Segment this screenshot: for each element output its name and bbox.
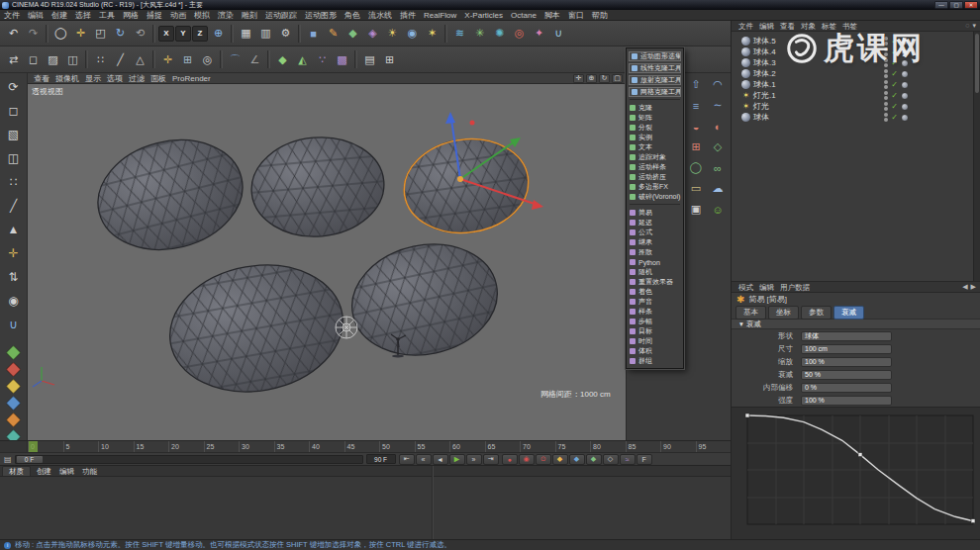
context-menu-item[interactable]: 克隆	[628, 103, 682, 113]
section-caret-icon[interactable]: ▾	[739, 320, 743, 328]
viewport-menu-item[interactable]: 查看	[31, 73, 52, 84]
context-menu-item[interactable]: 声音	[628, 297, 682, 307]
visibility-dots[interactable]	[884, 69, 888, 78]
menu-item[interactable]: 渲染	[214, 10, 238, 21]
fracture-icon[interactable]: ◭	[293, 50, 312, 69]
menu-item[interactable]: 网格	[119, 10, 143, 21]
enable-toggle[interactable]: ✓	[891, 80, 898, 89]
add-deformer-icon[interactable]: ◈	[363, 24, 382, 43]
rock-5[interactable]	[342, 231, 508, 368]
cloner-icon[interactable]: ◆	[273, 50, 292, 69]
attribute-tab[interactable]: 衰减	[833, 306, 864, 320]
add-light-icon[interactable]: ✶	[423, 24, 441, 43]
context-menu-item[interactable]: 群组	[628, 356, 682, 366]
toolbar-icon[interactable]	[152, 50, 155, 68]
materials-menu-item[interactable]: 功能	[78, 466, 101, 477]
octane-icon[interactable]: ◎	[510, 24, 529, 43]
context-menu-item[interactable]: 公式	[628, 228, 682, 237]
om-scrollbar[interactable]	[973, 32, 980, 281]
enable-axis-icon[interactable]: ✛	[158, 50, 177, 69]
loft-icon[interactable]: ≡	[689, 98, 704, 113]
attribute-tab[interactable]: 基本	[735, 306, 766, 320]
frame-tick[interactable]: 65	[485, 441, 521, 452]
keyframe-rotation-icon[interactable]: ◆	[586, 454, 602, 465]
om-menu-item[interactable]: 对象	[798, 21, 819, 32]
phong-tag[interactable]	[901, 92, 909, 100]
object-row[interactable]: 球体.1 ✓	[732, 79, 980, 90]
viewport-menu-item[interactable]: ProRender	[169, 73, 214, 84]
context-menu-item[interactable]: 样条	[628, 307, 682, 317]
make-editable-icon[interactable]: ⇄	[4, 50, 23, 69]
menu-item[interactable]: 选择	[71, 10, 95, 21]
record-selected-icon[interactable]: ⊙	[536, 454, 551, 465]
timeline-menu-icon[interactable]: ▤	[4, 455, 12, 464]
coordinates-window-icon[interactable]: ⊞	[380, 50, 399, 69]
enable-axis-icon[interactable]: ✛	[4, 243, 24, 263]
vp-rotate-icon[interactable]: ↻	[599, 74, 610, 83]
frame-tick[interactable]: 10	[98, 441, 134, 452]
menu-item[interactable]: 模拟	[190, 10, 214, 21]
timeline-slider[interactable]: 0 F	[15, 455, 363, 464]
enable-toggle[interactable]: ✓	[891, 47, 898, 56]
current-frame-thumb[interactable]: 0 F	[17, 456, 43, 463]
toolbar-icon[interactable]	[152, 25, 155, 43]
rock-3-selected[interactable]	[398, 132, 535, 241]
snap-settings-icon[interactable]: ∪	[549, 24, 568, 43]
team-render-icon[interactable]: ✦	[530, 24, 548, 43]
next-key-button[interactable]: »	[466, 454, 482, 465]
layer-chip-orange[interactable]	[6, 412, 22, 428]
context-menu-item[interactable]: 文本	[628, 142, 682, 152]
om-menu-item[interactable]: 书签	[839, 21, 860, 32]
enable-toggle[interactable]: ✓	[891, 102, 898, 111]
attribute-value-field[interactable]: 100 %	[801, 357, 892, 367]
edges-mode-icon[interactable]: ╱	[4, 196, 24, 216]
model-mode-icon[interactable]: ◻	[24, 50, 43, 69]
enable-toggle[interactable]: ✓	[891, 69, 898, 78]
context-menu-item[interactable]: 线性克隆工具	[629, 63, 681, 73]
keyframe-pla-icon[interactable]: ≈	[620, 454, 636, 465]
maximize-button[interactable]: ▢	[949, 1, 963, 9]
character-icon[interactable]: ☺	[711, 202, 726, 217]
frame-tick[interactable]: 85	[626, 441, 661, 452]
visibility-dots[interactable]	[884, 47, 888, 56]
attribute-value-field[interactable]: 0 %	[801, 383, 892, 393]
texture-mode-icon[interactable]: ▨	[44, 50, 62, 69]
vp-pan-icon[interactable]: ✛	[573, 74, 584, 83]
visibility-dots[interactable]	[884, 80, 888, 89]
rock-1[interactable]	[86, 126, 254, 265]
quantize-icon[interactable]: ∠	[245, 50, 264, 69]
phong-tag[interactable]	[901, 81, 909, 89]
minimize-button[interactable]: —	[934, 1, 948, 9]
menu-item[interactable]: 文件	[0, 10, 24, 21]
frame-tick[interactable]: 90	[660, 441, 696, 452]
connect-icon[interactable]: ∞	[711, 160, 726, 175]
frame-tick[interactable]: 80	[590, 441, 626, 452]
context-menu-item[interactable]: 延迟	[628, 218, 682, 228]
viewport-menu-item[interactable]: 选项	[104, 73, 126, 84]
sky-icon[interactable]: ☁	[711, 181, 726, 196]
viewport-solo-icon[interactable]: ◎	[198, 50, 217, 69]
mograph-icon[interactable]: ✳	[470, 24, 489, 43]
context-menu-item[interactable]: 重置效果器	[628, 277, 682, 287]
sweep-icon[interactable]: ∼	[711, 98, 726, 113]
workplane-icon[interactable]: ◫	[4, 148, 24, 168]
context-menu-item[interactable]: 多边形FX	[628, 182, 682, 192]
context-menu-item[interactable]: 放射克隆工具	[629, 75, 681, 85]
toolbar-icon[interactable]	[267, 50, 270, 68]
visibility-dots[interactable]	[884, 58, 888, 67]
lathe-icon[interactable]: ◠	[711, 77, 726, 92]
snap-enable-icon[interactable]: ⌒	[226, 50, 245, 69]
context-menu-item[interactable]: 步幅	[628, 317, 682, 326]
frame-tick[interactable]: 55	[415, 441, 450, 452]
extrude-icon[interactable]: ⇧	[689, 77, 704, 92]
redo-icon[interactable]: ↷	[24, 24, 43, 43]
frame-tick[interactable]: 45	[344, 441, 380, 452]
attribute-tab[interactable]: 参数	[801, 306, 832, 320]
menu-item[interactable]: X-Particles	[460, 10, 507, 21]
play-button[interactable]: ►	[449, 454, 465, 465]
rock-2[interactable]	[247, 132, 388, 241]
context-menu-item[interactable]: 简易	[628, 208, 682, 218]
menu-item[interactable]: RealFlow	[420, 10, 460, 21]
context-menu-item[interactable]: 体积	[628, 346, 682, 356]
om-filter-icon[interactable]: ▾	[972, 22, 976, 30]
